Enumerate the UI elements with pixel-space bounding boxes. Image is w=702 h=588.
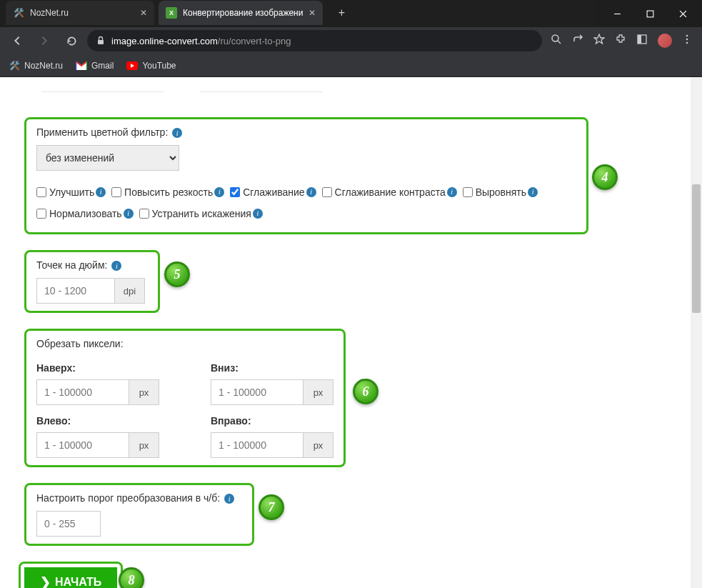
address-bar[interactable]: image.online-convert.com/ru/convert-to-p… [87,30,542,51]
window-close-button[interactable] [666,3,699,24]
tab-convert[interactable]: X Конвертирование изображени ✕ [159,1,323,25]
crop-right-input[interactable] [211,432,304,458]
crop-top-label: Наверх: [36,362,194,374]
dpi-label: Точек на дюйм: [36,259,107,271]
threshold-section: Настроить порог преобразования в ч/б: i [24,483,254,546]
extensions-icon[interactable] [615,34,626,48]
bookmark-label: Gmail [91,61,114,71]
annotation-badge-7: 7 [259,494,284,520]
back-button[interactable] [6,29,29,52]
start-button-label: НАЧАТЬ [55,576,101,588]
partial-input-1 [41,91,164,97]
checkbox-row: Улучшить i Повысить резкость i Сглаживан… [36,182,576,225]
profile-avatar[interactable] [658,34,672,48]
forward-button[interactable] [33,29,56,52]
crop-bottom-label: Вниз: [211,362,368,374]
dpi-section: Точек на дюйм: i dpi [24,250,160,313]
svg-point-5 [686,35,688,37]
info-icon[interactable]: i [172,128,182,138]
tab-strip: 🛠️ NozNet.ru ✕ X Конвертирование изображ… [0,0,595,26]
svg-point-2 [552,35,558,41]
bookmark-gmail[interactable]: Gmail [76,60,114,71]
site-favicon: X [166,7,177,19]
checkbox-label: Улучшить [49,182,94,202]
unit-label: px [129,432,159,458]
unit-label: px [304,379,334,405]
svg-rect-0 [647,11,653,17]
window-maximize-button[interactable] [633,3,666,24]
annotation-badge-5: 5 [164,261,190,287]
tab-noznet[interactable]: 🛠️ NozNet.ru ✕ [6,1,154,25]
info-icon[interactable]: i [111,261,121,271]
info-icon[interactable]: i [306,187,316,197]
info-icon[interactable]: i [124,209,134,219]
close-icon[interactable]: ✕ [140,8,147,18]
deskew-checkbox[interactable] [139,209,149,219]
chevron-right-icon: ❯ [40,574,51,588]
annotation-badge-6: 6 [353,379,378,404]
contrast-smooth-checkbox[interactable] [322,187,332,197]
color-filter-select[interactable]: без изменений [36,145,179,171]
crop-right-label: Вправо: [211,415,368,427]
info-icon[interactable]: i [447,187,457,197]
wrench-icon: 🛠️ [13,7,24,19]
tab-label: Конвертирование изображени [183,8,303,18]
checkbox-label: Сглаживание [243,182,304,202]
sidepanel-icon[interactable] [636,34,648,48]
wrench-icon: 🛠️ [9,60,20,71]
reload-button[interactable] [60,29,83,52]
checkbox-label: Устранить искажения [152,204,251,224]
crop-bottom-input[interactable] [211,379,304,405]
crop-section: Обрезать пиксели: Наверх: px Вниз: px Вл… [24,329,346,467]
crop-left-input[interactable] [36,432,129,458]
youtube-icon [126,60,138,71]
svg-rect-1 [98,40,104,44]
crop-label: Обрезать пиксели: [36,338,124,349]
info-icon[interactable]: i [224,494,234,504]
start-section: ❯НАЧАТЬ [19,562,123,588]
unit-label: px [129,379,159,405]
bookmarks-bar: 🛠️NozNet.ru Gmail YouTube [0,54,702,77]
share-icon[interactable] [572,34,583,48]
color-filter-label: Применить цветной фильтр: [36,126,168,138]
info-icon[interactable]: i [96,187,106,197]
color-filter-section: Применить цветной фильтр: i без изменени… [24,117,588,234]
toolbar-right [546,34,696,48]
bookmark-label: YouTube [142,61,176,71]
checkbox-label: Нормализовать [49,204,122,224]
url-text: image.online-convert.com/ru/convert-to-p… [111,36,533,46]
enhance-checkbox[interactable] [36,187,46,197]
tab-label: NozNet.ru [30,8,134,18]
dpi-unit: dpi [115,278,145,304]
star-icon[interactable] [593,34,605,48]
info-icon[interactable]: i [253,209,263,219]
info-icon[interactable]: i [214,187,224,197]
close-icon[interactable]: ✕ [309,8,316,18]
bookmark-label: NozNet.ru [24,61,63,71]
dpi-input[interactable] [36,278,115,304]
menu-icon[interactable] [682,34,692,47]
new-tab-button[interactable]: + [331,3,351,23]
normalize-checkbox[interactable] [36,209,46,219]
equalize-checkbox[interactable] [463,187,473,197]
lock-icon [96,36,106,46]
search-icon[interactable] [551,34,562,48]
info-icon[interactable]: i [528,187,538,197]
smoothing-checkbox[interactable] [230,187,240,197]
threshold-label: Настроить порог преобразования в ч/б: [36,492,220,504]
start-button[interactable]: ❯НАЧАТЬ [24,567,117,588]
bookmark-youtube[interactable]: YouTube [126,60,176,71]
svg-point-6 [686,39,688,41]
sharpen-checkbox[interactable] [111,187,121,197]
threshold-input[interactable] [36,511,101,537]
svg-rect-4 [638,35,641,44]
bookmark-noznet[interactable]: 🛠️NozNet.ru [9,60,63,71]
scrollbar-thumb[interactable] [692,184,701,313]
annotation-badge-8: 8 [119,567,144,588]
crop-top-input[interactable] [36,379,129,405]
window-minimize-button[interactable] [601,3,633,24]
svg-point-7 [686,42,688,44]
scrollbar[interactable] [691,77,702,588]
unit-label: px [304,432,334,458]
toolbar: image.online-convert.com/ru/convert-to-p… [0,27,702,54]
